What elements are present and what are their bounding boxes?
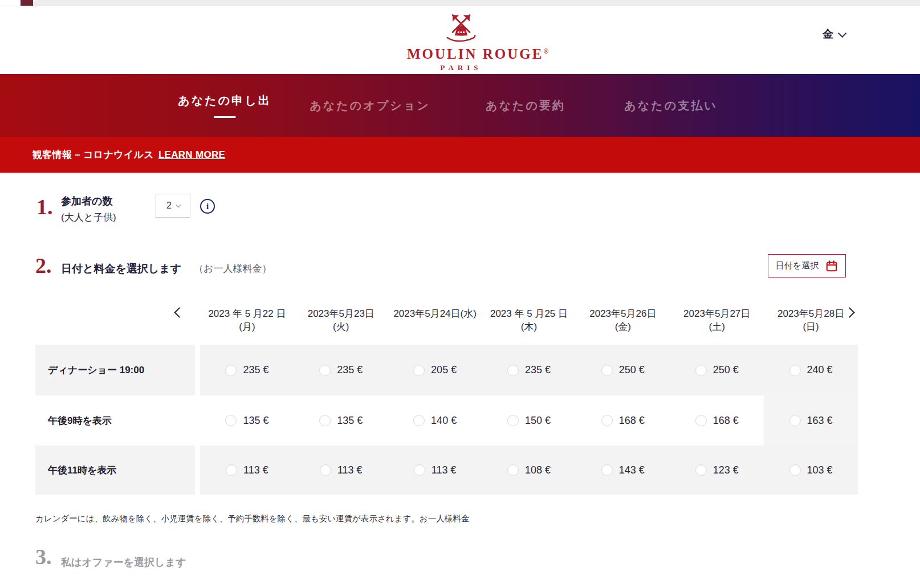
date-column-header[interactable]: 2023年5月23日(火): [294, 308, 388, 334]
participants-value: 2: [166, 201, 172, 211]
price-option[interactable]: 113 €: [388, 446, 482, 495]
step3-title: 私はオファーを選択します: [61, 556, 186, 569]
price-radio[interactable]: [507, 464, 519, 476]
price-option[interactable]: 135 €: [294, 395, 388, 446]
language-selector[interactable]: 金: [823, 27, 844, 42]
price-radio[interactable]: [413, 365, 425, 376]
price-row-dinner-show: ディナーショー 19:00 235 € 235 € 205 € 235 € 25…: [35, 345, 858, 395]
price-grid: 235 € 235 € 205 € 235 € 250 € 250 € 240 …: [200, 345, 858, 395]
price-option[interactable]: 103 €: [764, 446, 858, 495]
price-option[interactable]: 135 €: [200, 395, 294, 446]
learn-more-link[interactable]: LEARN MORE: [158, 149, 225, 161]
price-radio[interactable]: [789, 464, 801, 476]
browser-tab-edge: [33, 0, 920, 6]
price-option[interactable]: 123 €: [670, 446, 764, 495]
info-icon: i: [206, 202, 209, 211]
row-label: 午後11時を表示: [35, 446, 195, 495]
date-column-header[interactable]: 2023年5月28日(日): [764, 308, 858, 334]
booking-page: MOULIN ROUGE® PARIS 金 あなたの申し出 あなたのオプション …: [0, 0, 920, 588]
price-radio[interactable]: [414, 464, 425, 476]
participants-select[interactable]: 2: [156, 194, 190, 218]
chevron-down-icon: [838, 28, 847, 38]
calendar-footnote: カレンダーには、飲み物を除く、小児運賃を除く、予約手数料を除く、最も安い運賃が表…: [35, 513, 469, 524]
logo-paris-label: PARIS: [407, 63, 515, 72]
price-radio[interactable]: [413, 415, 425, 426]
price-row-show-23h: 午後11時を表示 113 € 113 € 113 € 108 € 143 € 1…: [35, 446, 858, 495]
price-radio[interactable]: [507, 365, 519, 376]
price-radio[interactable]: [695, 415, 707, 426]
price-radio[interactable]: [225, 365, 237, 376]
price-option[interactable]: 240 €: [764, 345, 858, 395]
price-option[interactable]: 205 €: [388, 345, 482, 395]
row-divider: [195, 395, 200, 446]
step1-subtitle: (大人と子供): [61, 211, 116, 224]
price-radio[interactable]: [225, 415, 237, 426]
tab-your-offer[interactable]: あなたの申し出: [178, 74, 271, 137]
price-radio[interactable]: [789, 415, 801, 426]
registered-mark: ®: [543, 47, 550, 55]
date-column-header[interactable]: 2023 年 5 月22 日(月): [200, 308, 294, 334]
select-date-button[interactable]: 日付を選択: [768, 254, 846, 277]
price-option[interactable]: 168 €: [670, 395, 764, 446]
price-option-highlighted[interactable]: 163 €: [764, 395, 858, 446]
calendar-icon: [825, 260, 838, 272]
row-divider: [195, 446, 200, 495]
price-option[interactable]: 250 €: [576, 345, 670, 395]
price-radio[interactable]: [226, 464, 237, 476]
step2-subtitle: （お一人様料金）: [194, 262, 271, 275]
price-radio[interactable]: [695, 464, 707, 476]
participants-info-button[interactable]: i: [200, 199, 215, 214]
step1-title: 参加者の数: [61, 194, 112, 208]
step3-number: 3.: [35, 546, 52, 567]
tab-label: あなたのオプション: [310, 98, 430, 113]
price-option[interactable]: 140 €: [388, 395, 482, 446]
price-row-show-21h: 午後9時を表示 135 € 135 € 140 € 150 € 168 € 16…: [35, 395, 858, 446]
price-option[interactable]: 143 €: [576, 446, 670, 495]
date-column-header[interactable]: 2023年5月27日(土): [670, 308, 764, 334]
covid-alert-banner: 観客情報 – コロナウイルス LEARN MORE: [0, 137, 920, 173]
chevron-down-icon: [176, 202, 181, 208]
tab-label: あなたの要約: [486, 98, 565, 113]
price-radio[interactable]: [695, 365, 707, 376]
price-radio[interactable]: [320, 464, 331, 476]
logo-wordmark: MOULIN ROUGE®: [407, 46, 515, 62]
moulin-rouge-logo[interactable]: MOULIN ROUGE® PARIS: [407, 12, 515, 72]
price-option[interactable]: 235 €: [200, 345, 294, 395]
language-label: 金: [823, 27, 833, 42]
price-option[interactable]: 113 €: [294, 446, 388, 495]
browser-tab-accent: [21, 0, 33, 6]
calendar-date-header: 2023 年 5 月22 日(月) 2023年5月23日(火) 2023年5月2…: [200, 308, 858, 334]
row-label: ディナーショー 19:00: [35, 345, 195, 395]
tab-label: あなたの支払い: [624, 98, 717, 113]
price-option[interactable]: 235 €: [294, 345, 388, 395]
price-radio[interactable]: [319, 365, 331, 376]
step2-title: 日付と料金を選択します: [61, 262, 181, 276]
tab-your-payment[interactable]: あなたの支払い: [624, 74, 717, 137]
chevron-left-icon: [174, 307, 184, 317]
price-radio[interactable]: [507, 415, 519, 426]
tab-your-options[interactable]: あなたのオプション: [310, 74, 430, 137]
step1-number: 1.: [36, 196, 53, 218]
price-option[interactable]: 108 €: [482, 446, 576, 495]
date-column-header[interactable]: 2023年5月26日(金): [576, 308, 670, 334]
active-tab-underline: [214, 116, 235, 118]
price-option[interactable]: 168 €: [576, 395, 670, 446]
price-option[interactable]: 150 €: [482, 395, 576, 446]
price-option[interactable]: 250 €: [670, 345, 764, 395]
price-radio[interactable]: [601, 415, 613, 426]
row-label: 午後9時を表示: [35, 395, 195, 446]
price-option[interactable]: 113 €: [200, 446, 294, 495]
price-grid: 135 € 135 € 140 € 150 € 168 € 168 € 163 …: [200, 395, 858, 446]
date-column-header[interactable]: 2023年5月24日(水): [388, 308, 482, 334]
price-option[interactable]: 235 €: [482, 345, 576, 395]
price-radio[interactable]: [789, 365, 801, 376]
date-column-header[interactable]: 2023 年 5 月25 日(木): [482, 308, 576, 334]
tab-your-summary[interactable]: あなたの要約: [486, 74, 565, 137]
price-radio[interactable]: [601, 464, 613, 476]
windmill-icon: [444, 12, 478, 45]
price-radio[interactable]: [319, 415, 331, 426]
price-grid: 113 € 113 € 113 € 108 € 143 € 123 € 103 …: [200, 446, 858, 495]
calendar-prev-button[interactable]: [176, 308, 183, 318]
step-navigation: あなたの申し出 あなたのオプション あなたの要約 あなたの支払い: [0, 74, 920, 137]
price-radio[interactable]: [601, 365, 613, 376]
